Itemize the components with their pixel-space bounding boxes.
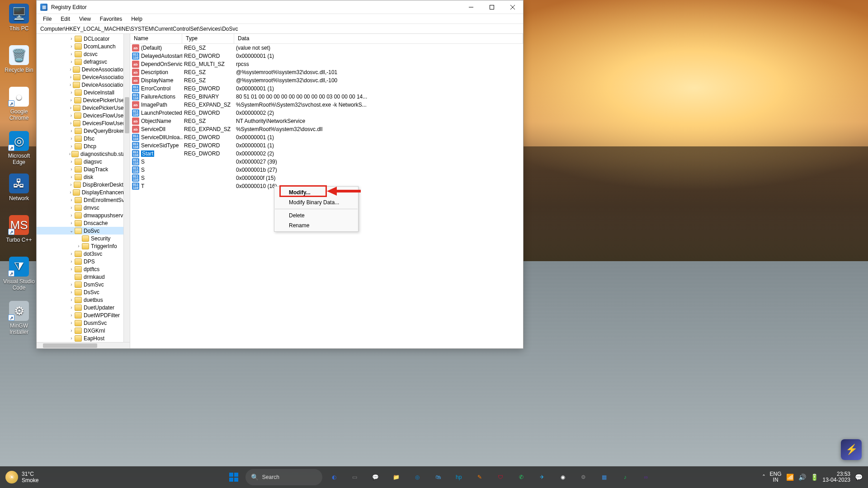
titlebar[interactable]: ▦ Registry Editor (37, 0, 523, 14)
taskbar-app-regex[interactable]: ▦ (595, 468, 613, 486)
tree-item-devicepickerusersvc-[interactable]: ›DevicePickerUserSvc_… (37, 104, 130, 112)
chevron-right-icon[interactable]: › (68, 197, 75, 202)
tree-item-diagtrack[interactable]: ›DiagTrack (37, 165, 130, 173)
value-row[interactable]: 011110S0x0000000f (15) (130, 174, 523, 182)
tree-item-duetbus[interactable]: ›duetbus (37, 296, 130, 304)
value-row[interactable]: 011110S0x00000027 (39) (130, 158, 523, 166)
chevron-right-icon[interactable]: › (68, 128, 75, 133)
tree-item-dcomlaunch[interactable]: ›DcomLaunch (37, 42, 130, 50)
taskbar-app-type[interactable]: ✎ (471, 468, 489, 486)
taskbar-app-whatsapp[interactable]: ✆ (512, 468, 530, 486)
tree-item-dfsc[interactable]: ›Dfsc (37, 135, 130, 142)
chevron-right-icon[interactable]: › (68, 136, 75, 141)
chevron-right-icon[interactable]: › (68, 290, 75, 295)
value-row[interactable]: abImagePathREG_EXPAND_SZ%SystemRoot%\Sys… (130, 101, 523, 109)
tree-item-dclocator[interactable]: ›DCLocator (37, 35, 130, 42)
value-row[interactable]: 011110S0x0000001b (27) (130, 166, 523, 174)
column-header-data[interactable]: Data (234, 34, 523, 43)
chevron-right-icon[interactable]: › (68, 205, 75, 210)
tree-item-dssvc[interactable]: ›DsSvc (37, 288, 130, 296)
chevron-right-icon[interactable]: › (68, 90, 75, 95)
chevron-right-icon[interactable]: › (75, 244, 82, 249)
tree-item-dsmsvc[interactable]: ›DsmSvc (37, 281, 130, 288)
value-row[interactable]: abDescriptionREG_SZ@%systemroot%\system3… (130, 68, 523, 76)
tree-item-devquerybroker[interactable]: ›DevQueryBroker (37, 127, 130, 135)
tree-item-deviceassociationservice[interactable]: ›DeviceAssociationService (37, 73, 130, 81)
value-row[interactable]: abDependOnServiceREG_MULTI_SZrpcss (130, 60, 523, 68)
tree-item-triggerinfo[interactable]: ›TriggerInfo (37, 242, 130, 250)
battery-icon[interactable]: 🔋 (811, 474, 818, 481)
chevron-right-icon[interactable]: › (68, 305, 75, 310)
tree-item-dusmsvc[interactable]: ›DusmSvc (37, 319, 130, 327)
chevron-right-icon[interactable]: › (68, 213, 75, 218)
clock[interactable]: 23:53 13-04-2023 (823, 471, 850, 483)
chevron-right-icon[interactable]: › (68, 44, 75, 49)
chevron-right-icon[interactable]: › (68, 98, 74, 103)
weather-widget[interactable]: ☀ 31°C Smoke (5, 471, 38, 483)
chevron-right-icon[interactable]: › (68, 190, 73, 195)
menu-file[interactable]: File (38, 15, 56, 23)
tree-item-dps[interactable]: ›DPS (37, 258, 130, 265)
chevron-right-icon[interactable]: › (68, 282, 75, 287)
column-header-type[interactable]: Type (182, 34, 234, 43)
tree-item-dispbrokerdesktopsvc[interactable]: ›DispBrokerDesktopSvc (37, 181, 130, 188)
chevron-right-icon[interactable]: › (68, 297, 75, 302)
tree-item-duetupdater[interactable]: ›DuetUpdater (37, 304, 130, 311)
tree-item-eaphost[interactable]: ›EapHost (37, 334, 130, 342)
value-row[interactable]: 011110StartREG_DWORD0x00000002 (2) (130, 150, 523, 158)
tree-item-deviceinstall[interactable]: ›DeviceInstall (37, 89, 130, 96)
chevron-right-icon[interactable]: › (68, 159, 75, 164)
desktop-icon-visual-studio-code[interactable]: ⧩Visual Studio Code↗ (2, 257, 36, 291)
taskbar-app-chat[interactable]: 💬 (367, 468, 385, 486)
taskbar-app-spotify[interactable]: ♪ (616, 468, 634, 486)
taskbar-app-file-explorer[interactable]: 📁 (387, 468, 406, 486)
taskbar-app-myhp[interactable]: hp (450, 468, 468, 486)
chevron-right-icon[interactable]: › (68, 328, 75, 333)
tree-item-devicesflowusersvc[interactable]: ›DevicesFlowUserSvc (37, 112, 130, 119)
desktop-icon-recycle-bin[interactable]: 🗑️Recycle Bin (2, 45, 36, 73)
menu-view[interactable]: View (75, 15, 95, 23)
ctx-delete[interactable]: Delete (274, 211, 358, 221)
value-row[interactable]: ab(Default)REG_SZ(value not set) (130, 44, 523, 52)
taskbar-app-mcafee[interactable]: 🛡 (491, 468, 509, 486)
ctx-modify-binary[interactable]: Modify Binary Data... (274, 197, 358, 207)
tree-item-defragsvc[interactable]: ›defragsvc (37, 58, 130, 66)
tree-item-dot3svc[interactable]: ›dot3svc (37, 250, 130, 258)
tree-item-dhcp[interactable]: ›Dhcp (37, 142, 130, 150)
chevron-down-icon[interactable]: ⌄ (68, 228, 75, 233)
tree-item-diagnosticshub-standardcollector-service[interactable]: ›diagnosticshub.standardcollector.servic… (37, 150, 130, 158)
menu-favorites[interactable]: Favorites (95, 15, 127, 23)
taskbar-app-vs[interactable]: ∞ (637, 468, 655, 486)
desktop-icon-mingw-installer[interactable]: ⚙MinGW Installer↗ (2, 301, 36, 335)
tree-item-deviceassociationservice-[interactable]: ›DeviceAssociationService_… (37, 81, 130, 89)
tree-scroll-area[interactable]: ›DCLocator›DcomLaunch›dcsvc›defragsvc›De… (37, 34, 130, 342)
value-row[interactable]: 011110FailureActionsREG_BINARY80 51 01 0… (130, 93, 523, 101)
taskbar-app-chrome[interactable]: ◉ (554, 468, 572, 486)
chevron-right-icon[interactable]: › (68, 36, 75, 41)
chevron-right-icon[interactable]: › (68, 336, 75, 341)
maximize-button[interactable] (481, 0, 502, 14)
chevron-right-icon[interactable]: › (68, 313, 75, 318)
desktop-icon-network[interactable]: 🖧Network (2, 174, 36, 202)
chevron-right-icon[interactable]: › (68, 52, 75, 56)
chevron-right-icon[interactable]: › (68, 82, 73, 87)
chevron-right-icon[interactable]: › (68, 182, 74, 187)
desktop-icon-google-chrome[interactable]: ●Google Chrome↗ (2, 87, 36, 121)
tree-item-disk[interactable]: ›disk (37, 173, 130, 181)
ctx-rename[interactable]: Rename (274, 221, 358, 230)
scrollbar-thumb[interactable] (43, 343, 97, 348)
desktop-icon-turbo-c-[interactable]: MSTurbo C++↗ (2, 215, 36, 243)
tree-item-dptftcs[interactable]: ›dptftcs (37, 265, 130, 273)
close-button[interactable] (502, 0, 523, 14)
value-row[interactable]: 011110ServiceSidTypeREG_DWORD0x00000001 … (130, 141, 523, 150)
tree-item-diagsvc[interactable]: ›diagsvc (37, 158, 130, 165)
tree-item-dcsvc[interactable]: ›dcsvc (37, 50, 130, 58)
chevron-right-icon[interactable]: › (68, 144, 75, 149)
chevron-right-icon[interactable]: › (68, 221, 75, 225)
tree-item-devicesflowusersvc-[interactable]: ›DevicesFlowUserSvc_… (37, 119, 130, 127)
value-row[interactable]: 011110ServiceDllUnloa...REG_DWORD0x00000… (130, 133, 523, 141)
tree-item-displayenhancementservice[interactable]: ›DisplayEnhancementService (37, 188, 130, 196)
column-header-name[interactable]: Name (130, 34, 182, 43)
tree-item-dosvc[interactable]: ⌄DoSvc (37, 227, 130, 235)
language-indicator[interactable]: ENG IN (770, 471, 782, 483)
